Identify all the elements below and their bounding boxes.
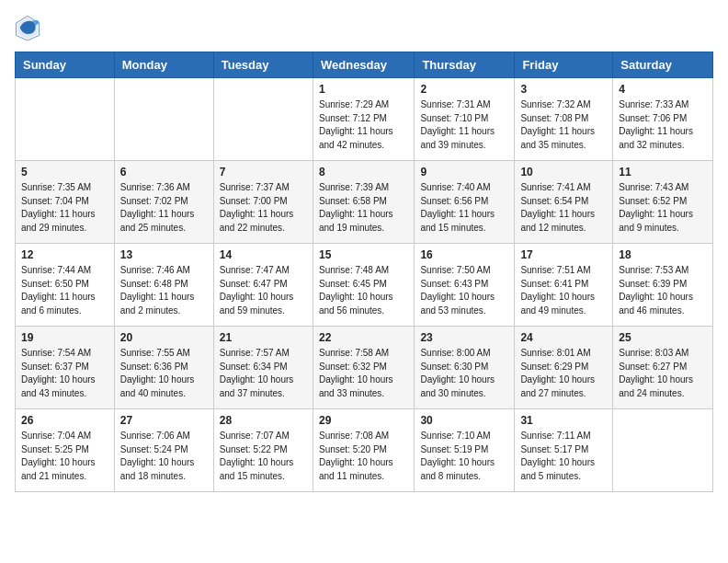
calendar-cell: 27Sunrise: 7:06 AM Sunset: 5:24 PM Dayli… bbox=[114, 409, 213, 492]
calendar-cell: 19Sunrise: 7:54 AM Sunset: 6:37 PM Dayli… bbox=[16, 327, 115, 409]
calendar-cell: 13Sunrise: 7:46 AM Sunset: 6:48 PM Dayli… bbox=[114, 244, 213, 327]
day-number: 7 bbox=[220, 166, 307, 178]
day-number: 2 bbox=[420, 83, 508, 96]
calendar-week-row: 5Sunrise: 7:35 AM Sunset: 7:04 PM Daylig… bbox=[16, 161, 713, 244]
calendar-cell: 25Sunrise: 8:03 AM Sunset: 6:27 PM Dayli… bbox=[613, 327, 713, 409]
day-info: Sunrise: 7:32 AM Sunset: 7:08 PM Dayligh… bbox=[520, 98, 607, 152]
weekday-header-thursday: Thursday bbox=[415, 52, 515, 78]
calendar-cell bbox=[114, 78, 213, 161]
calendar-cell: 2Sunrise: 7:31 AM Sunset: 7:10 PM Daylig… bbox=[415, 78, 515, 161]
day-number: 24 bbox=[520, 331, 607, 344]
calendar-cell: 26Sunrise: 7:04 AM Sunset: 5:25 PM Dayli… bbox=[16, 409, 115, 492]
day-info: Sunrise: 7:10 AM Sunset: 5:19 PM Dayligh… bbox=[420, 430, 508, 483]
weekday-header-friday: Friday bbox=[515, 52, 613, 78]
calendar-cell: 5Sunrise: 7:35 AM Sunset: 7:04 PM Daylig… bbox=[16, 161, 115, 244]
day-number: 16 bbox=[420, 248, 508, 261]
calendar-cell: 4Sunrise: 7:33 AM Sunset: 7:06 PM Daylig… bbox=[613, 78, 713, 161]
day-number: 19 bbox=[21, 331, 108, 344]
calendar-week-row: 1Sunrise: 7:29 AM Sunset: 7:12 PM Daylig… bbox=[16, 78, 713, 161]
calendar-cell: 20Sunrise: 7:55 AM Sunset: 6:36 PM Dayli… bbox=[114, 327, 213, 409]
calendar-cell: 14Sunrise: 7:47 AM Sunset: 6:47 PM Dayli… bbox=[213, 244, 313, 327]
day-number: 12 bbox=[21, 248, 108, 261]
day-info: Sunrise: 7:11 AM Sunset: 5:17 PM Dayligh… bbox=[520, 430, 607, 483]
day-info: Sunrise: 7:47 AM Sunset: 6:47 PM Dayligh… bbox=[220, 264, 307, 317]
day-info: Sunrise: 7:31 AM Sunset: 7:10 PM Dayligh… bbox=[420, 98, 508, 152]
day-number: 27 bbox=[120, 414, 208, 427]
day-number: 13 bbox=[120, 248, 208, 261]
calendar-cell: 16Sunrise: 7:50 AM Sunset: 6:43 PM Dayli… bbox=[415, 244, 515, 327]
day-info: Sunrise: 7:46 AM Sunset: 6:48 PM Dayligh… bbox=[120, 264, 208, 317]
day-number: 21 bbox=[220, 331, 307, 344]
calendar-cell bbox=[613, 409, 713, 492]
day-info: Sunrise: 7:55 AM Sunset: 6:36 PM Dayligh… bbox=[120, 347, 208, 400]
calendar-cell: 12Sunrise: 7:44 AM Sunset: 6:50 PM Dayli… bbox=[16, 244, 115, 327]
day-number: 31 bbox=[520, 414, 607, 427]
calendar-cell: 17Sunrise: 7:51 AM Sunset: 6:41 PM Dayli… bbox=[515, 244, 613, 327]
day-number: 14 bbox=[220, 248, 307, 261]
day-number: 5 bbox=[21, 166, 108, 178]
calendar-week-row: 26Sunrise: 7:04 AM Sunset: 5:25 PM Dayli… bbox=[16, 409, 713, 492]
day-number: 8 bbox=[319, 166, 408, 178]
logo bbox=[15, 15, 44, 40]
calendar-cell: 10Sunrise: 7:41 AM Sunset: 6:54 PM Dayli… bbox=[515, 161, 613, 244]
day-info: Sunrise: 7:33 AM Sunset: 7:06 PM Dayligh… bbox=[619, 98, 707, 152]
calendar-cell: 29Sunrise: 7:08 AM Sunset: 5:20 PM Dayli… bbox=[313, 409, 414, 492]
day-number: 11 bbox=[619, 166, 707, 178]
day-number: 26 bbox=[21, 414, 108, 427]
calendar-cell bbox=[16, 78, 115, 161]
calendar-cell bbox=[213, 78, 313, 161]
calendar-table: SundayMondayTuesdayWednesdayThursdayFrid… bbox=[15, 52, 713, 492]
calendar-cell: 1Sunrise: 7:29 AM Sunset: 7:12 PM Daylig… bbox=[313, 78, 414, 161]
day-number: 9 bbox=[420, 166, 508, 178]
day-number: 20 bbox=[120, 331, 208, 344]
weekday-header-wednesday: Wednesday bbox=[313, 52, 414, 78]
day-number: 18 bbox=[619, 248, 707, 261]
day-number: 10 bbox=[520, 166, 607, 178]
calendar-cell: 18Sunrise: 7:53 AM Sunset: 6:39 PM Dayli… bbox=[613, 244, 713, 327]
day-number: 25 bbox=[619, 331, 707, 344]
day-info: Sunrise: 7:48 AM Sunset: 6:45 PM Dayligh… bbox=[319, 264, 408, 317]
calendar-cell: 6Sunrise: 7:36 AM Sunset: 7:02 PM Daylig… bbox=[114, 161, 213, 244]
day-info: Sunrise: 7:41 AM Sunset: 6:54 PM Dayligh… bbox=[520, 181, 607, 235]
day-info: Sunrise: 8:03 AM Sunset: 6:27 PM Dayligh… bbox=[619, 347, 707, 400]
day-info: Sunrise: 7:44 AM Sunset: 6:50 PM Dayligh… bbox=[21, 264, 108, 317]
day-info: Sunrise: 7:43 AM Sunset: 6:52 PM Dayligh… bbox=[619, 181, 707, 235]
calendar-cell: 9Sunrise: 7:40 AM Sunset: 6:56 PM Daylig… bbox=[415, 161, 515, 244]
day-number: 1 bbox=[319, 83, 408, 96]
day-info: Sunrise: 7:04 AM Sunset: 5:25 PM Dayligh… bbox=[21, 430, 108, 483]
day-info: Sunrise: 7:53 AM Sunset: 6:39 PM Dayligh… bbox=[619, 264, 707, 317]
weekday-header-monday: Monday bbox=[114, 52, 213, 78]
day-number: 23 bbox=[420, 331, 508, 344]
day-info: Sunrise: 7:51 AM Sunset: 6:41 PM Dayligh… bbox=[520, 264, 607, 317]
weekday-header-sunday: Sunday bbox=[16, 52, 115, 78]
day-info: Sunrise: 7:58 AM Sunset: 6:32 PM Dayligh… bbox=[319, 347, 408, 400]
day-info: Sunrise: 7:06 AM Sunset: 5:24 PM Dayligh… bbox=[120, 430, 208, 483]
calendar-cell: 31Sunrise: 7:11 AM Sunset: 5:17 PM Dayli… bbox=[515, 409, 613, 492]
page-header bbox=[15, 15, 713, 40]
day-info: Sunrise: 7:29 AM Sunset: 7:12 PM Dayligh… bbox=[319, 98, 408, 152]
day-info: Sunrise: 7:37 AM Sunset: 7:00 PM Dayligh… bbox=[220, 181, 307, 235]
day-number: 29 bbox=[319, 414, 408, 427]
calendar-cell: 23Sunrise: 8:00 AM Sunset: 6:30 PM Dayli… bbox=[415, 327, 515, 409]
day-info: Sunrise: 8:01 AM Sunset: 6:29 PM Dayligh… bbox=[520, 347, 607, 400]
calendar-cell: 7Sunrise: 7:37 AM Sunset: 7:00 PM Daylig… bbox=[213, 161, 313, 244]
day-number: 4 bbox=[619, 83, 707, 96]
day-info: Sunrise: 7:54 AM Sunset: 6:37 PM Dayligh… bbox=[21, 347, 108, 400]
weekday-header-saturday: Saturday bbox=[613, 52, 713, 78]
day-info: Sunrise: 7:08 AM Sunset: 5:20 PM Dayligh… bbox=[319, 430, 408, 483]
calendar-cell: 28Sunrise: 7:07 AM Sunset: 5:22 PM Dayli… bbox=[213, 409, 313, 492]
day-number: 3 bbox=[520, 83, 607, 96]
day-info: Sunrise: 7:57 AM Sunset: 6:34 PM Dayligh… bbox=[220, 347, 307, 400]
calendar-cell: 15Sunrise: 7:48 AM Sunset: 6:45 PM Dayli… bbox=[313, 244, 414, 327]
day-info: Sunrise: 7:35 AM Sunset: 7:04 PM Dayligh… bbox=[21, 181, 108, 235]
day-number: 15 bbox=[319, 248, 408, 261]
calendar-week-row: 12Sunrise: 7:44 AM Sunset: 6:50 PM Dayli… bbox=[16, 244, 713, 327]
day-number: 28 bbox=[220, 414, 307, 427]
weekday-header-tuesday: Tuesday bbox=[213, 52, 313, 78]
day-info: Sunrise: 7:36 AM Sunset: 7:02 PM Dayligh… bbox=[120, 181, 208, 235]
calendar-cell: 24Sunrise: 8:01 AM Sunset: 6:29 PM Dayli… bbox=[515, 327, 613, 409]
calendar-cell: 21Sunrise: 7:57 AM Sunset: 6:34 PM Dayli… bbox=[213, 327, 313, 409]
day-number: 30 bbox=[420, 414, 508, 427]
calendar-cell: 3Sunrise: 7:32 AM Sunset: 7:08 PM Daylig… bbox=[515, 78, 613, 161]
day-number: 22 bbox=[319, 331, 408, 344]
